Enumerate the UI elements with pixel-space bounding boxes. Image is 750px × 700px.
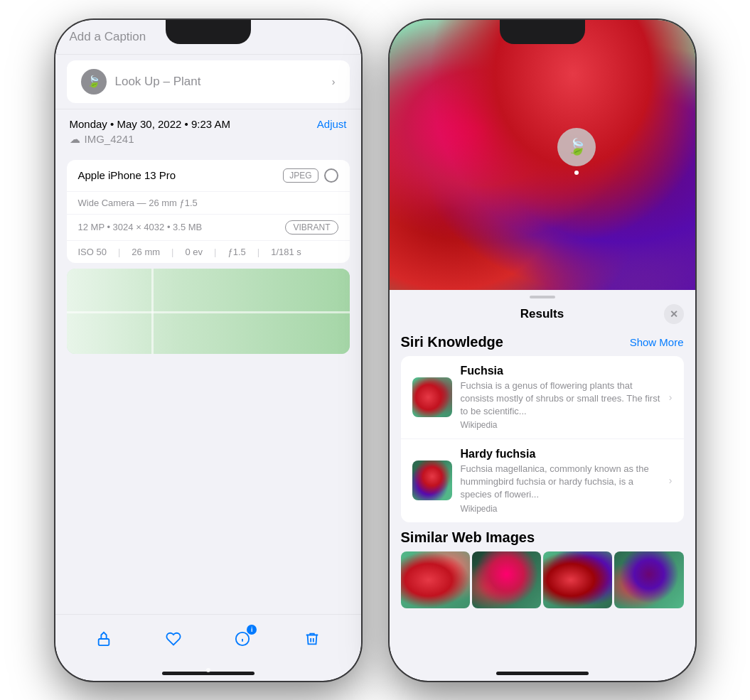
- home-indicator-2: [496, 672, 589, 675]
- iso-value: ISO 50: [78, 247, 107, 257]
- favorite-button[interactable]: [158, 623, 189, 655]
- sep1: |: [118, 247, 120, 257]
- phone-1: Add a Caption 🍃 Look Up – Plant › Monday…: [55, 20, 361, 681]
- siri-knowledge-title: Siri Knowledge: [401, 334, 503, 350]
- bottom-toolbar: i: [55, 614, 361, 669]
- info-badge: i: [247, 625, 257, 635]
- caption-placeholder[interactable]: Add a Caption: [70, 30, 146, 43]
- svg-rect-0: [99, 639, 109, 645]
- flower-photo-2: [390, 20, 695, 290]
- sheet-title: Results: [520, 307, 564, 321]
- info-button[interactable]: i: [227, 623, 258, 655]
- hardy-source: Wikipedia: [461, 504, 660, 514]
- vl-dot: [574, 171, 579, 175]
- sheet-header: Results ✕: [390, 301, 695, 327]
- exif-row: ISO 50 | 26 mm | 0 ev | ƒ1.5 | 1/181 s: [67, 240, 350, 263]
- knowledge-card: Fuchsia Fuchsia is a genus of flowering …: [401, 356, 684, 522]
- photo-area-2[interactable]: 🍃: [390, 20, 695, 290]
- jpeg-badge: JPEG: [283, 168, 318, 183]
- fuchsia-source: Wikipedia: [461, 420, 660, 430]
- info-panel: Add a Caption 🍃 Look Up – Plant › Monday…: [55, 20, 361, 614]
- map-road-h: [67, 311, 350, 313]
- similar-images-section: Similar Web Images: [401, 529, 684, 608]
- similar-image-1[interactable]: [401, 551, 470, 608]
- sep3: |: [214, 247, 216, 257]
- notch-1: [166, 20, 251, 44]
- hardy-thumbnail: [412, 461, 452, 500]
- aperture-value: ƒ1.5: [227, 247, 245, 257]
- similar-image-4[interactable]: [614, 551, 683, 608]
- close-button[interactable]: ✕: [664, 304, 684, 324]
- fuchsia-thumbnail: [412, 377, 452, 417]
- sep4: |: [257, 247, 259, 257]
- focal-value: 26 mm: [132, 247, 160, 257]
- map-road-v: [151, 269, 154, 354]
- visual-lookup-floating-icon[interactable]: 🍃: [557, 128, 596, 166]
- camera-location-icon: [324, 168, 338, 183]
- share-button[interactable]: [88, 623, 119, 655]
- show-more-button[interactable]: Show More: [630, 336, 684, 348]
- fuchsia-chevron-icon: ›: [669, 392, 673, 403]
- camera-type-label: Wide Camera — 26 mm ƒ1.5: [67, 192, 350, 215]
- notch-2: [500, 20, 585, 44]
- camera-model-row: Apple iPhone 13 Pro JPEG: [67, 160, 350, 192]
- fuchsia-name: Fuchsia: [461, 365, 660, 377]
- hardy-description: Fuchsia magellanica, commonly known as t…: [461, 463, 660, 502]
- fuchsia-thumb-bg: [412, 377, 452, 417]
- camera-badges: JPEG: [283, 168, 338, 183]
- similar-images-grid: [401, 551, 684, 608]
- cloud-icon: ☁: [70, 133, 80, 146]
- lookup-label: Look Up – Plant: [115, 75, 201, 89]
- camera-model-label: Apple iPhone 13 Pro: [78, 169, 176, 181]
- delete-button[interactable]: [296, 623, 328, 655]
- map-area[interactable]: [67, 269, 350, 354]
- sheet-handle[interactable]: [530, 296, 555, 298]
- knowledge-item-fuchsia[interactable]: Fuchsia Fuchsia is a genus of flowering …: [401, 356, 684, 440]
- page-indicator-1: [206, 668, 210, 672]
- adjust-button[interactable]: Adjust: [317, 118, 347, 130]
- siri-knowledge-header: Siri Knowledge Show More: [401, 334, 684, 350]
- similar-images-title: Similar Web Images: [401, 529, 535, 546]
- lookup-row[interactable]: 🍃 Look Up – Plant ›: [67, 60, 350, 103]
- similar-images-header: Similar Web Images: [401, 529, 684, 546]
- sep2: |: [171, 247, 173, 257]
- resolution-label: 12 MP • 3024 × 4032 • 3.5 MB: [78, 222, 203, 232]
- results-sheet: Results ✕ Siri Knowledge Show More: [390, 290, 695, 669]
- fuchsia-info: Fuchsia Fuchsia is a genus of flowering …: [461, 365, 660, 431]
- vibrant-badge: VIBRANT: [285, 220, 338, 235]
- camera-resolution-row: 12 MP • 3024 × 4032 • 3.5 MB VIBRANT: [67, 215, 350, 240]
- phone-2: 🍃 Results ✕ Siri Knowledge Show More: [390, 20, 695, 681]
- meta-section: Monday • May 30, 2022 • 9:23 AM Adjust ☁…: [55, 109, 361, 154]
- camera-section: Apple iPhone 13 Pro JPEG Wide Camera — 2…: [67, 160, 350, 263]
- results-content: Siri Knowledge Show More Fuchsia Fuchsia…: [390, 327, 695, 669]
- visual-lookup-icon-small: 🍃: [81, 69, 107, 95]
- hardy-info: Hardy fuchsia Fuchsia magellanica, commo…: [461, 448, 660, 514]
- knowledge-item-hardy-fuchsia[interactable]: Hardy fuchsia Fuchsia magellanica, commo…: [401, 439, 684, 522]
- similar-image-3[interactable]: [543, 551, 612, 608]
- fuchsia-description: Fuchsia is a genus of flowering plants t…: [461, 379, 660, 419]
- photo-date: Monday • May 30, 2022 • 9:23 AM: [70, 118, 230, 130]
- shutter-value: 1/181 s: [271, 247, 301, 257]
- hardy-name: Hardy fuchsia: [461, 448, 660, 461]
- hardy-chevron-icon: ›: [669, 475, 673, 486]
- exposure-value: 0 ev: [185, 247, 203, 257]
- hardy-thumb-bg: [412, 461, 452, 500]
- lookup-chevron-icon: ›: [332, 76, 336, 87]
- map-background: [67, 269, 350, 354]
- filename-label: IMG_4241: [85, 133, 134, 145]
- similar-image-2[interactable]: [472, 551, 541, 608]
